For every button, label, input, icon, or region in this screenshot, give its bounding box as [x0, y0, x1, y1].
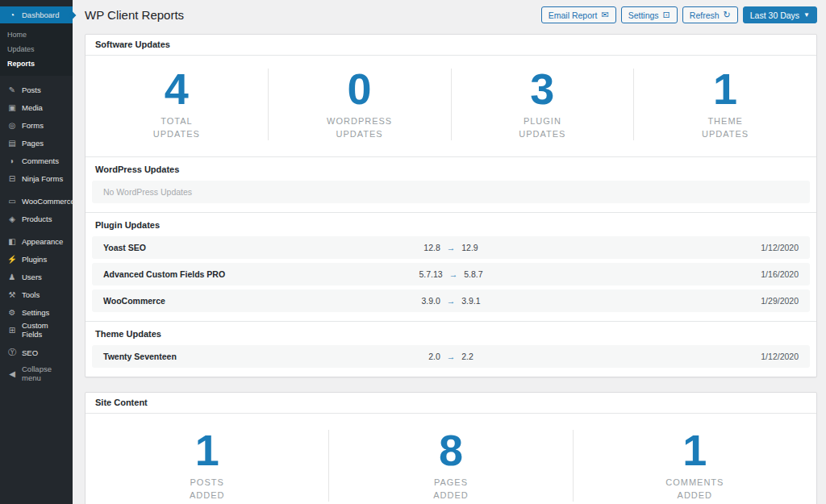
- sidebar-item-settings[interactable]: ⚙ Settings: [0, 303, 73, 321]
- sidebar-item-appearance[interactable]: ◧ Appearance: [0, 232, 73, 250]
- panel-title: Site Content: [86, 393, 816, 414]
- email-icon: ✉: [601, 10, 608, 19]
- page-header: WP Client Reports Email Report ✉ Setting…: [85, 0, 817, 23]
- stat-value: 4: [86, 69, 268, 110]
- wordpress-updates-section: WordPress Updates No WordPress Updates: [86, 156, 816, 212]
- table-row: Twenty Seventeen 2.0 → 2.2 1/12/2020: [92, 345, 810, 368]
- update-date: 1/16/2020: [483, 269, 799, 279]
- version-to: 3.9.1: [461, 296, 480, 306]
- stat-value: 3: [452, 69, 634, 110]
- stat-value: 1: [574, 430, 816, 471]
- dashboard-submenu: Home Updates Reports: [0, 23, 73, 76]
- sidebar-item-media[interactable]: ▣ Media: [0, 98, 73, 116]
- sidebar-item-seo[interactable]: Ⓨ SEO: [0, 344, 73, 361]
- stat-comments-added: 1 COMMENTS ADDED: [573, 430, 816, 502]
- sidebar-item-label: Forms: [22, 121, 44, 130]
- sidebar-item-users[interactable]: ♟ Users: [0, 268, 73, 285]
- theme-name: Twenty Seventeen: [103, 352, 428, 361]
- custom-fields-icon: ⊞: [6, 326, 18, 335]
- version-from: 3.9.0: [421, 296, 440, 306]
- sidebar-item-posts[interactable]: ✎ Posts: [0, 81, 73, 98]
- sidebar-item-pages[interactable]: ▤ Pages: [0, 134, 73, 152]
- stat-value: 1: [634, 69, 816, 110]
- update-date: 1/29/2020: [481, 296, 799, 306]
- version-from: 12.8: [423, 243, 440, 252]
- sidebar-item-label: Comments: [22, 156, 59, 165]
- sidebar-item-comments[interactable]: ◗ Comments: [0, 152, 73, 169]
- content-stats: 1 POSTS ADDED 8 PAGES ADDED 1 COMMENTS A…: [86, 414, 816, 504]
- stat-value: 0: [269, 69, 451, 110]
- stat-label: TOTAL UPDATES: [86, 115, 268, 140]
- plugins-icon: ⚡: [6, 255, 18, 264]
- refresh-button[interactable]: Refresh ↻: [682, 6, 738, 23]
- section-title: Theme Updates: [92, 327, 810, 345]
- stat-theme-updates: 1 THEME UPDATES: [633, 69, 816, 140]
- posts-icon: ✎: [6, 85, 18, 94]
- sidebar-item-forms[interactable]: ◎ Forms: [0, 116, 73, 134]
- empty-message: No WordPress Updates: [103, 187, 192, 197]
- settings-button[interactable]: Settings ⊡: [621, 6, 678, 23]
- sidebar-item-label: Ninja Forms: [22, 174, 63, 183]
- sidebar-item-home[interactable]: Home: [0, 27, 73, 42]
- button-label: Refresh: [690, 10, 720, 20]
- version-change: 2.0 → 2.2: [428, 352, 473, 361]
- sidebar-item-updates[interactable]: Updates: [0, 42, 73, 56]
- version-change: 3.9.0 → 3.9.1: [421, 296, 480, 306]
- sidebar-item-woocommerce[interactable]: ▭ WooCommerce: [0, 192, 73, 210]
- sidebar-item-reports[interactable]: Reports: [0, 56, 73, 71]
- stat-value: 1: [86, 430, 328, 471]
- stat-label: POSTS ADDED: [86, 477, 328, 502]
- stat-pages-added: 8 PAGES ADDED: [328, 430, 572, 502]
- date-range-button[interactable]: Last 30 Days ▼: [743, 6, 817, 23]
- sidebar-item-custom-fields[interactable]: ⊞ Custom Fields: [0, 321, 73, 339]
- theme-updates-section: Theme Updates Twenty Seventeen 2.0 → 2.2…: [86, 321, 816, 377]
- sidebar-item-plugins[interactable]: ⚡ Plugins: [0, 250, 73, 268]
- forms-icon: ◎: [6, 121, 18, 130]
- software-updates-panel: Software Updates 4 TOTAL UPDATES 0 WORDP…: [85, 34, 817, 377]
- update-date: 1/12/2020: [473, 352, 799, 361]
- stat-value: 8: [329, 430, 572, 471]
- sidebar-item-ninja-forms[interactable]: ⊟ Ninja Forms: [0, 169, 73, 187]
- stat-total-updates: 4 TOTAL UPDATES: [86, 69, 268, 140]
- admin-menu: ✎ Posts ▣ Media ◎ Forms ▤ Pages ◗ Commen…: [0, 81, 73, 382]
- yoast-seo-icon: Ⓨ: [6, 347, 18, 358]
- table-row: Advanced Custom Fields PRO 5.7.13 → 5.8.…: [92, 263, 810, 285]
- sidebar-item-products[interactable]: ◈ Products: [0, 210, 73, 227]
- sidebar-item-dashboard[interactable]: ◔ Dashboard: [0, 6, 73, 23]
- settings-sliders-icon: ⊡: [663, 10, 670, 19]
- button-label: Settings: [628, 10, 659, 20]
- sidebar-item-label: Products: [22, 215, 52, 223]
- arrow-right-icon: →: [447, 243, 456, 252]
- site-content-panel: Site Content 1 POSTS ADDED 8 PAGES ADDED…: [85, 392, 817, 504]
- stat-label: THEME UPDATES: [634, 115, 816, 140]
- settings-icon: ⚙: [6, 308, 18, 317]
- admin-sidebar: ◔ Dashboard Home Updates Reports ✎ Posts…: [0, 0, 73, 504]
- arrow-right-icon: →: [447, 352, 456, 361]
- tools-icon: ⚒: [6, 290, 18, 299]
- version-change: 12.8 → 12.9: [423, 243, 478, 252]
- collapse-menu-button[interactable]: ◀ Collapse menu: [0, 364, 73, 382]
- arrow-right-icon: →: [449, 269, 458, 279]
- page-title: WP Client Reports: [85, 8, 541, 22]
- plugin-updates-section: Plugin Updates Yoast SEO 12.8 → 12.9 1/1…: [86, 212, 816, 321]
- version-from: 2.0: [428, 352, 440, 361]
- panel-title: Software Updates: [86, 35, 816, 56]
- section-title: WordPress Updates: [92, 163, 810, 181]
- sidebar-item-label: Appearance: [22, 237, 63, 246]
- stat-label: COMMENTS ADDED: [574, 477, 816, 502]
- sidebar-item-label: Posts: [22, 85, 41, 94]
- sidebar-item-label: Plugins: [22, 255, 47, 264]
- email-report-button[interactable]: Email Report ✉: [541, 6, 616, 23]
- stat-label: WORDPRESS UPDATES: [269, 115, 451, 140]
- date-range-label: Last 30 Days: [750, 10, 799, 20]
- ninja-forms-icon: ⊟: [6, 174, 18, 183]
- collapse-arrow-icon: ◀: [6, 369, 18, 378]
- version-change: 5.7.13 → 5.8.7: [419, 269, 482, 279]
- chevron-down-icon: ▼: [803, 12, 810, 19]
- sidebar-item-label: Pages: [22, 139, 44, 148]
- sidebar-item-tools[interactable]: ⚒ Tools: [0, 285, 73, 303]
- button-label: Email Report: [549, 10, 598, 20]
- header-actions: Email Report ✉ Settings ⊡ Refresh ↻ Last…: [541, 6, 817, 23]
- sidebar-item-label: Settings: [22, 308, 49, 317]
- products-icon: ◈: [6, 215, 18, 223]
